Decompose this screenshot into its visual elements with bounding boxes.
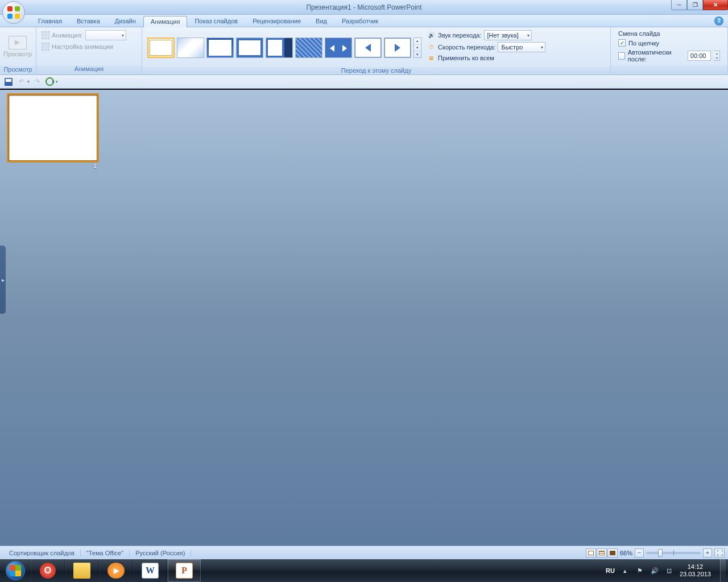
save-icon: [5, 78, 13, 86]
group-preview: Просмотр Просмотр: [0, 27, 36, 74]
auto-time-spinner[interactable]: ▴▾: [714, 51, 720, 61]
group-preview-label: Просмотр: [0, 66, 36, 74]
maximize-button[interactable]: ❐: [687, 0, 703, 10]
transition-cover[interactable]: [266, 38, 293, 58]
transition-push-right[interactable]: [384, 38, 411, 58]
office-button[interactable]: [2, 1, 25, 24]
apply-all-icon: ▦: [427, 54, 436, 62]
slide-thumbnail-1[interactable]: [7, 93, 99, 163]
slide-sorter-view: 1 ▸: [0, 90, 728, 546]
qat-repeat[interactable]: [44, 77, 55, 87]
transition-gallery-more[interactable]: ▴▾▾: [413, 38, 421, 58]
window-controls: ─ ❐ ✕: [671, 0, 728, 10]
clock-time: 14:12: [680, 563, 711, 571]
windows-logo-icon: [6, 561, 25, 580]
office-logo-icon: [7, 6, 20, 19]
window-title: Презентация1 - Microsoft PowerPoint: [0, 3, 728, 11]
status-language[interactable]: Русский (Россия): [130, 550, 191, 556]
zoom-in[interactable]: +: [703, 548, 712, 558]
show-desktop-button[interactable]: [720, 559, 726, 582]
quick-access-toolbar: ↶▾ ↷ ▾: [0, 75, 728, 89]
zoom-slider[interactable]: [646, 552, 701, 554]
qat-more[interactable]: ▾: [56, 80, 58, 84]
transition-split[interactable]: [325, 38, 352, 58]
repeat-icon: [46, 77, 54, 86]
outline-expand-tab[interactable]: ▸: [0, 246, 6, 314]
auto-after-checkbox[interactable]: [618, 52, 625, 60]
sound-icon: 🔊: [427, 31, 436, 39]
custom-animation-icon: [42, 43, 49, 51]
tab-view[interactable]: Вид: [308, 15, 334, 27]
status-view: Сортировщик слайдов: [3, 550, 81, 556]
preview-button[interactable]: Просмотр: [3, 29, 32, 64]
qat-redo[interactable]: ↷: [32, 77, 42, 87]
sound-combo[interactable]: [Нет звука]: [484, 30, 532, 40]
input-language[interactable]: RU: [606, 567, 615, 574]
taskbar-explorer[interactable]: [65, 559, 99, 582]
tab-slideshow[interactable]: Показ слайдов: [187, 15, 245, 27]
apply-all-label: Применить ко всем: [438, 55, 494, 61]
tab-home[interactable]: Главная: [31, 15, 69, 27]
close-button[interactable]: ✕: [703, 0, 728, 10]
view-sorter[interactable]: [597, 548, 607, 558]
speed-combo[interactable]: Быстро: [498, 42, 545, 52]
zoom-handle[interactable]: [658, 549, 663, 557]
transition-fade[interactable]: [177, 38, 204, 58]
transition-push-left[interactable]: [354, 38, 382, 58]
zoom-value[interactable]: 66%: [620, 550, 632, 556]
qat-undo[interactable]: ↶: [16, 77, 26, 87]
custom-animation-row[interactable]: Настройка анимации: [42, 43, 126, 51]
transition-box-in[interactable]: [206, 38, 234, 58]
tab-developer[interactable]: Разработчик: [334, 15, 386, 27]
preview-label: Просмотр: [3, 51, 32, 57]
ribbon-tabs: Главная Вставка Дизайн Анимация Показ сл…: [0, 15, 728, 27]
transition-options: 🔊 Звук перехода: [Нет звука] ⏱ Скорость …: [424, 29, 549, 63]
taskbar-mediaplayer[interactable]: [99, 559, 133, 582]
view-normal[interactable]: [586, 548, 596, 558]
qat-save[interactable]: [3, 77, 14, 87]
group-transition-label: Переход к этому слайду: [142, 67, 610, 74]
powerpoint-icon: P: [176, 563, 193, 579]
tray-show-hidden[interactable]: ▴: [621, 566, 630, 575]
transition-checker[interactable]: [295, 38, 322, 58]
help-icon[interactable]: ?: [714, 16, 723, 26]
speed-icon: ⏱: [427, 43, 436, 51]
slide-number: 1: [7, 163, 99, 169]
on-click-label: По щелчку: [628, 40, 659, 47]
media-player-icon: [107, 563, 125, 579]
taskbar-powerpoint[interactable]: P: [167, 559, 201, 582]
custom-animation-label: Настройка анимации: [52, 43, 113, 50]
folder-icon: [73, 563, 90, 579]
group-advance: Смена слайда ✓ По щелчку Автоматически п…: [611, 27, 728, 74]
transition-none[interactable]: [147, 38, 175, 58]
tray-flag-icon[interactable]: ⚑: [635, 566, 644, 575]
tray-network-icon[interactable]: ⊡: [665, 566, 674, 575]
taskbar-clock[interactable]: 14:12 23.03.2013: [680, 563, 711, 578]
tab-insert[interactable]: Вставка: [69, 15, 107, 27]
tab-design[interactable]: Дизайн: [107, 15, 143, 27]
transition-box-out[interactable]: [236, 38, 263, 58]
zoom-fit[interactable]: ⛶: [714, 548, 725, 558]
apply-to-all[interactable]: ▦ Применить ко всем: [427, 54, 545, 62]
qat-undo-drop[interactable]: ▾: [27, 80, 30, 84]
sound-label: Звук перехода:: [438, 32, 482, 39]
tab-review[interactable]: Рецензирование: [245, 15, 308, 27]
animation-combo[interactable]: [85, 30, 126, 40]
view-buttons: [586, 548, 618, 558]
start-button[interactable]: [0, 559, 31, 582]
taskbar-word[interactable]: W: [133, 559, 167, 582]
zoom-out[interactable]: −: [635, 548, 644, 558]
tab-animation[interactable]: Анимация: [143, 16, 188, 27]
title-bar: Презентация1 - Microsoft PowerPoint ─ ❐ …: [0, 0, 728, 15]
on-click-checkbox[interactable]: ✓: [618, 39, 626, 47]
preview-icon: [9, 36, 27, 49]
view-slideshow[interactable]: [607, 548, 618, 558]
minimize-button[interactable]: ─: [671, 0, 687, 10]
status-theme: "Тема Office": [81, 550, 130, 556]
status-bar: Сортировщик слайдов "Тема Office" Русски…: [0, 546, 728, 559]
animation-selector-row: Анимация:: [42, 30, 126, 40]
animation-label: Анимация:: [52, 32, 83, 39]
taskbar-opera[interactable]: O: [31, 559, 65, 582]
tray-volume-icon[interactable]: 🔊: [650, 566, 659, 575]
auto-time-field[interactable]: 00:00: [688, 51, 711, 61]
